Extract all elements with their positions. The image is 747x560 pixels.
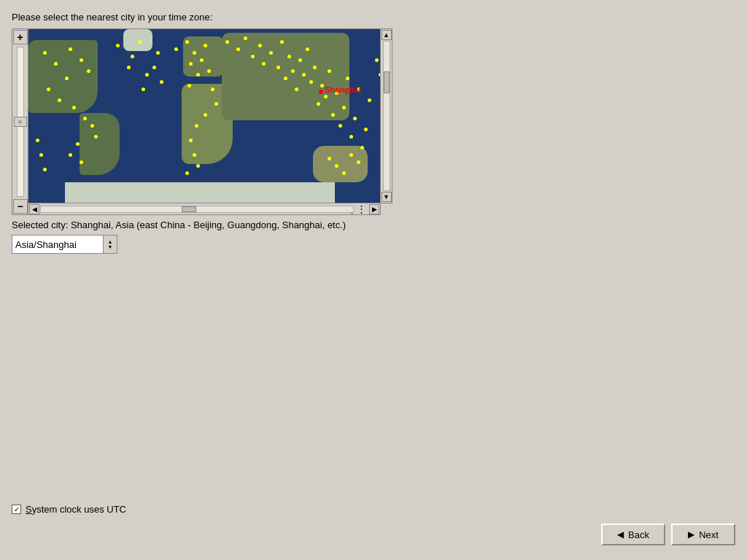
city-dot bbox=[200, 58, 204, 62]
city-dot bbox=[87, 69, 90, 73]
city-dot bbox=[36, 139, 39, 142]
city-dot bbox=[214, 102, 218, 106]
shanghai-label: Shanghai bbox=[325, 85, 361, 94]
city-dot bbox=[342, 106, 346, 109]
city-dot bbox=[152, 66, 156, 69]
button-row: ◀ Back ▶ Next bbox=[0, 524, 747, 545]
city-dot bbox=[368, 98, 371, 102]
instruction-text: Please select the nearest city in your t… bbox=[12, 12, 735, 23]
city-dot bbox=[379, 73, 381, 77]
city-dot bbox=[80, 160, 83, 164]
city-dot bbox=[236, 47, 240, 51]
utc-checkbox[interactable]: ✓ bbox=[12, 505, 21, 514]
city-dot bbox=[353, 117, 357, 120]
shanghai-dot bbox=[319, 90, 323, 94]
timezone-select[interactable]: Asia/ShanghaiAsia/BeijingAsia/Hong_KongA… bbox=[12, 235, 117, 254]
city-dot bbox=[298, 58, 302, 62]
city-dot bbox=[375, 58, 379, 62]
city-dot bbox=[302, 73, 306, 77]
city-dot bbox=[69, 47, 72, 51]
city-dot bbox=[195, 124, 198, 128]
city-dot bbox=[174, 47, 178, 51]
city-dot bbox=[204, 113, 207, 117]
city-dot bbox=[335, 164, 338, 168]
selected-city-text: Selected city: Shanghai, Asia (east Chin… bbox=[12, 219, 735, 230]
city-dot bbox=[127, 66, 131, 69]
back-label: Back bbox=[628, 529, 649, 540]
zoom-slider-thumb[interactable] bbox=[14, 117, 27, 127]
city-dot bbox=[357, 160, 360, 164]
city-dot bbox=[262, 62, 266, 66]
city-dot bbox=[160, 80, 163, 84]
vscroll-up-button[interactable]: ▲ bbox=[382, 30, 392, 40]
city-dot bbox=[291, 69, 295, 73]
city-dot bbox=[349, 153, 353, 157]
city-dot bbox=[276, 66, 280, 69]
city-dot bbox=[72, 106, 76, 109]
city-dot bbox=[360, 146, 364, 149]
hscroll-thumb[interactable] bbox=[182, 206, 196, 212]
city-dot bbox=[251, 55, 255, 58]
city-dot bbox=[280, 40, 284, 44]
city-dot bbox=[145, 73, 149, 77]
hscroll-left-button[interactable]: ◀ bbox=[29, 204, 39, 214]
city-dot bbox=[76, 142, 80, 146]
zoom-out-button[interactable]: − bbox=[13, 199, 28, 214]
horizontal-scrollbar: ◀ ⋮⋮⋮ ▶ bbox=[28, 203, 381, 215]
map-and-vscroll: Shanghai ▲ ▼ bbox=[28, 28, 392, 203]
utc-label: System clock uses UTC bbox=[26, 504, 126, 515]
back-icon: ◀ bbox=[617, 529, 624, 540]
city-dot bbox=[269, 51, 273, 55]
vscroll-track bbox=[383, 41, 390, 191]
city-dot bbox=[187, 84, 191, 88]
city-dot bbox=[306, 47, 309, 51]
zoom-in-button[interactable]: + bbox=[13, 30, 28, 44]
city-dot bbox=[196, 164, 200, 168]
hscroll-right-button[interactable]: ▶ bbox=[369, 204, 379, 214]
vscroll-thumb[interactable] bbox=[384, 71, 390, 93]
city-dot bbox=[342, 171, 346, 175]
city-dot bbox=[43, 51, 47, 55]
city-dot bbox=[364, 128, 368, 131]
city-dot bbox=[131, 55, 134, 58]
vscroll-down-button[interactable]: ▼ bbox=[382, 192, 392, 202]
city-dot bbox=[54, 62, 58, 66]
city-dot bbox=[346, 77, 349, 80]
city-dot bbox=[204, 44, 207, 47]
map-canvas: Shanghai bbox=[28, 29, 381, 203]
city-dot bbox=[338, 124, 342, 128]
bottom-area: ✓ System clock uses UTC ◀ Back ▶ Next bbox=[0, 504, 747, 545]
city-dot bbox=[116, 44, 120, 47]
city-dot bbox=[65, 77, 69, 80]
city-dot bbox=[313, 66, 317, 69]
city-dot bbox=[90, 124, 94, 128]
city-dot bbox=[83, 117, 87, 120]
city-dot bbox=[258, 44, 262, 47]
city-dot bbox=[244, 36, 247, 40]
next-button[interactable]: ▶ Next bbox=[671, 524, 735, 545]
city-dot bbox=[80, 58, 83, 62]
city-dot bbox=[47, 88, 50, 91]
hscroll-track bbox=[40, 206, 354, 213]
city-dot bbox=[295, 88, 298, 91]
city-dot bbox=[193, 153, 196, 157]
city-dot bbox=[189, 139, 193, 142]
city-dot bbox=[156, 51, 160, 55]
zoom-controls: + − bbox=[12, 28, 28, 215]
city-dot bbox=[324, 95, 328, 98]
utc-checkbox-row: ✓ System clock uses UTC bbox=[0, 504, 747, 515]
city-dot bbox=[284, 77, 287, 80]
zoom-slider-track bbox=[17, 47, 24, 197]
city-dot bbox=[185, 40, 189, 44]
city-dot bbox=[317, 102, 320, 106]
map-container[interactable]: Shanghai bbox=[28, 28, 381, 203]
vertical-scrollbar: ▲ ▼ bbox=[381, 28, 392, 203]
city-dot bbox=[320, 84, 324, 88]
map-outer: + − bbox=[12, 28, 413, 215]
city-dot bbox=[207, 69, 211, 73]
hscroll-handle[interactable]: ⋮⋮⋮ bbox=[354, 203, 368, 215]
city-dot bbox=[328, 69, 331, 73]
city-dot bbox=[94, 135, 98, 139]
timezone-select-container: Asia/ShanghaiAsia/BeijingAsia/Hong_KongA… bbox=[12, 235, 735, 254]
back-button[interactable]: ◀ Back bbox=[601, 524, 665, 545]
